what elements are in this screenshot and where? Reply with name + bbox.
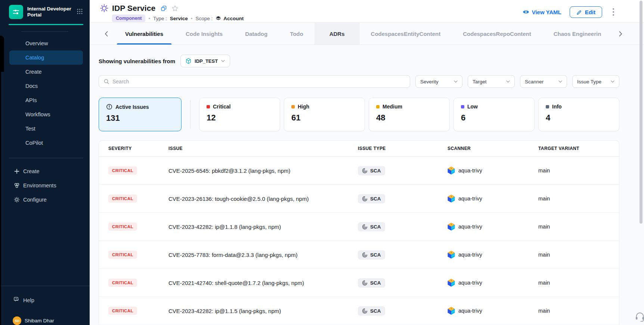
vertical-scrollbar[interactable] xyxy=(640,1,643,224)
active-issues-card[interactable]: Active Issues 131 xyxy=(99,98,182,131)
sidebar-divider xyxy=(9,158,83,158)
tab-chaos-engineerin[interactable]: Chaos Engineerin xyxy=(542,23,613,45)
severity-card-count: 6 xyxy=(461,113,527,123)
help-button[interactable]: ? Help xyxy=(0,294,90,307)
sca-swirl-icon xyxy=(362,168,368,174)
scanner-name: aqua-trivy xyxy=(458,252,482,258)
severity-color-square xyxy=(461,105,464,108)
issue-type-badge: SCA xyxy=(358,194,385,203)
support-headset-icon[interactable] xyxy=(635,312,644,323)
vulnerabilities-panel: Showing vulnerabilities from IDP_TEST xyxy=(90,45,644,325)
scanner-name: aqua-trivy xyxy=(458,196,482,202)
copy-icon[interactable] xyxy=(161,5,167,12)
target-variant: main xyxy=(538,224,610,230)
type-label: Type : xyxy=(153,16,167,21)
tab-codespacesentitycontent[interactable]: CodespacesEntityContent xyxy=(360,23,452,45)
severity-card-label: High xyxy=(298,104,309,110)
sidebar: Internal Developer Portal Overview Catal… xyxy=(0,0,90,325)
view-yaml-link[interactable]: View YAML xyxy=(523,9,561,15)
project-selector[interactable]: IDP_TEST xyxy=(180,55,230,67)
sca-swirl-icon xyxy=(362,280,368,286)
target-variant: main xyxy=(538,196,610,202)
sidebar-item-label: Create xyxy=(25,69,42,75)
tab-datadog[interactable]: Datadog xyxy=(234,23,279,45)
sidebar-action-label: Create xyxy=(23,168,40,174)
filter-severity[interactable]: Severity xyxy=(415,75,462,88)
sidebar-item-workflows[interactable]: Workflows xyxy=(9,107,83,122)
stat-card-info[interactable]: Info 4 xyxy=(538,98,619,131)
scope-value: Account xyxy=(223,16,244,21)
brand-underline xyxy=(9,24,83,25)
sidebar-item-create[interactable]: Create xyxy=(9,65,83,79)
active-issues-label: Active Issues xyxy=(115,104,149,110)
stat-card-critical[interactable]: Critical 12 xyxy=(199,98,280,131)
alert-circle-icon xyxy=(106,104,112,110)
table-row[interactable]: CRITICAL CVE-2025-6545: pbkdf2@3.1.2 (la… xyxy=(99,157,619,185)
search-input[interactable] xyxy=(112,79,405,85)
sidebar-action-create[interactable]: Create xyxy=(0,164,90,178)
tabs-scroll-left-icon[interactable] xyxy=(101,29,112,39)
stat-card-medium[interactable]: Medium 48 xyxy=(369,98,450,131)
scanner-name: aqua-trivy xyxy=(458,168,482,174)
sidebar-item-test[interactable]: Test xyxy=(9,122,83,136)
filter-issue-type[interactable]: Issue Type xyxy=(572,75,619,88)
svg-text:?: ? xyxy=(15,297,17,300)
tab-code-insights[interactable]: Code Insights xyxy=(174,23,234,45)
sidebar-action-configure[interactable]: Configure xyxy=(0,193,90,207)
aqua-trivy-icon xyxy=(448,194,455,203)
severity-card-label: Info xyxy=(552,104,562,110)
table-row[interactable]: CRITICAL CVE-2023-42282: ip@1.1.5 (lang-… xyxy=(99,297,619,325)
edit-button[interactable]: Edit xyxy=(570,6,602,18)
tab-adrs[interactable]: ADRs xyxy=(315,23,360,45)
tab-label: Code Insights xyxy=(186,31,223,37)
more-options-kebab-icon[interactable] xyxy=(610,7,616,17)
user-menu[interactable]: SD Shibam Dhar xyxy=(0,316,90,325)
sca-swirl-icon xyxy=(362,308,368,314)
cards-divider xyxy=(190,100,191,129)
sidebar-item-copilot[interactable]: CoPilot xyxy=(9,136,83,150)
aqua-trivy-icon xyxy=(448,166,455,175)
sidebar-item-overview[interactable]: Overview xyxy=(9,36,83,50)
issue-text: CVE-2023-42282: ip@1.1.5 (lang-pkgs, npm… xyxy=(168,308,358,314)
tab-todo[interactable]: Todo xyxy=(279,23,315,45)
tabs-scroll-right-icon[interactable] xyxy=(615,29,626,39)
severity-card-label: Low xyxy=(467,104,478,110)
table-row[interactable]: CRITICAL CVE-2023-42282: ip@1.1.8 (lang-… xyxy=(99,213,619,241)
tab-vulnerabilities[interactable]: Vulnerabilities xyxy=(114,23,174,45)
issue-type-badge: SCA xyxy=(358,278,385,288)
sidebar-item-apis[interactable]: APIs xyxy=(9,93,83,107)
severity-color-square xyxy=(207,105,210,108)
filter-scanner[interactable]: Scanner xyxy=(520,75,567,88)
issue-text: CVE-2025-6545: pbkdf2@3.1.2 (lang-pkgs, … xyxy=(168,168,358,174)
severity-color-square xyxy=(546,105,549,108)
sidebar-item-label: Catalog xyxy=(25,55,44,61)
issue-type-badge: SCA xyxy=(358,306,385,316)
severity-card-label: Critical xyxy=(213,104,230,110)
stat-card-low[interactable]: Low 6 xyxy=(453,98,535,131)
favorite-star-icon[interactable] xyxy=(171,5,179,12)
table-row[interactable]: CRITICAL CVE-2025-7783: form-data@2.3.3 … xyxy=(99,241,619,269)
table-row[interactable]: CRITICAL CVE-2023-26136: tough-cookie@2.… xyxy=(99,185,619,213)
aqua-trivy-icon xyxy=(448,251,455,259)
table-row[interactable]: CRITICAL CVE-2021-42740: shell-quote@1.7… xyxy=(99,269,619,297)
stat-card-high[interactable]: High 61 xyxy=(284,98,365,131)
sidebar-item-label: Overview xyxy=(25,40,48,46)
apps-grid-icon[interactable] xyxy=(77,8,83,16)
edit-label: Edit xyxy=(585,9,595,15)
column-scanner: SCANNER xyxy=(448,146,538,151)
severity-card-count: 12 xyxy=(207,113,273,123)
chevron-down-icon xyxy=(221,60,225,62)
filter-target[interactable]: Target xyxy=(468,75,515,88)
sca-swirl-icon xyxy=(362,224,368,230)
tab-codespacesrepocontent[interactable]: CodespacesRepoContent xyxy=(452,23,542,45)
sidebar-item-catalog[interactable]: Catalog xyxy=(9,50,83,65)
target-variant: main xyxy=(538,308,610,314)
scanner-name: aqua-trivy xyxy=(458,308,482,314)
sidebar-action-label: Environments xyxy=(23,183,56,188)
brand-title: Internal Developer Portal xyxy=(27,6,74,18)
sidebar-action-environments[interactable]: Environments xyxy=(0,178,90,193)
sidebar-item-docs[interactable]: Docs xyxy=(9,79,83,93)
layers-icon xyxy=(216,16,221,21)
plus-icon xyxy=(13,169,20,174)
vulnerabilities-table: SEVERITY ISSUE ISSUE TYPE SCANNER TARGET… xyxy=(99,140,619,325)
